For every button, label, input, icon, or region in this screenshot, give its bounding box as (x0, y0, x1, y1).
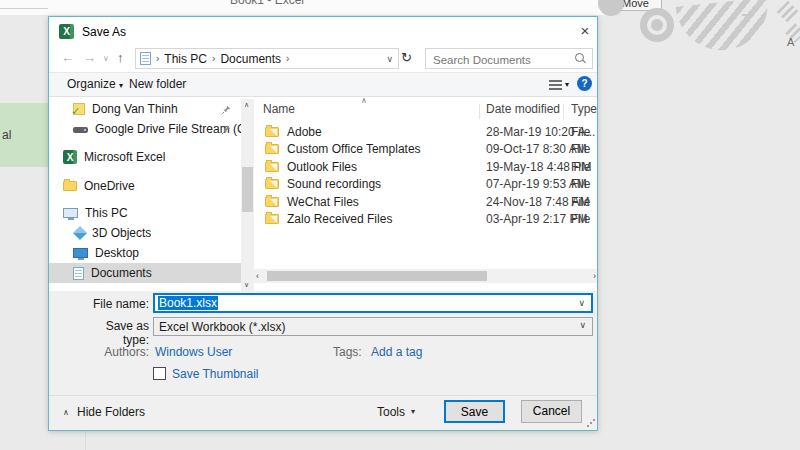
document-icon (140, 52, 151, 65)
search-box[interactable] (425, 48, 593, 69)
folder-icon (265, 179, 279, 189)
file-row-zalo-received-files[interactable]: Zalo Received Files03-Apr-19 2:17 PMFile (253, 211, 598, 229)
scrollbar-thumb[interactable] (267, 271, 487, 281)
close-icon[interactable]: × (575, 21, 595, 41)
3d-objects-icon (73, 226, 87, 240)
folder-icon (265, 197, 279, 207)
back-icon[interactable]: ← (61, 50, 74, 65)
file-type: File (571, 212, 598, 226)
file-row-outlook-files[interactable]: Outlook Files19-May-18 4:48 PMFile (253, 158, 598, 176)
file-row-custom-office-templates[interactable]: Custom Office Templates09-Oct-17 8:30 AM… (253, 141, 598, 159)
file-list: Adobe28-Mar-19 10:20 A...FileCustom Offi… (253, 123, 598, 228)
watermark-dash (742, 14, 754, 16)
save-thumbnail-checkbox[interactable] (153, 367, 166, 380)
authors-value[interactable]: Windows User (155, 345, 232, 359)
save-thumbnail-label[interactable]: Save Thumbnail (172, 367, 259, 381)
chevron-down-icon: ▾ (119, 81, 123, 90)
sidebar-item-microsoft-excel[interactable]: XMicrosoft Excel (49, 147, 241, 167)
scroll-down-icon[interactable]: ∨ (244, 281, 249, 289)
new-folder-button[interactable]: New folder (129, 77, 186, 91)
recent-locations-icon[interactable]: ∨ (103, 54, 109, 63)
file-type: File (571, 142, 598, 156)
scrollbar-thumb[interactable] (242, 167, 253, 212)
scroll-up-icon[interactable]: ∧ (244, 101, 249, 109)
search-input[interactable] (431, 50, 570, 69)
drive-icon (73, 127, 88, 133)
view-mode-icon[interactable] (549, 80, 562, 90)
sidebar-item-label: Google Drive File Stream (G:) (95, 122, 241, 136)
background-green-cell: al (0, 103, 48, 167)
desktop-icon (73, 248, 88, 258)
breadcrumb-documents[interactable]: Documents (220, 52, 281, 66)
scroll-left-icon[interactable]: ‹ (256, 271, 259, 281)
folder-icon (63, 181, 77, 191)
file-type: File (571, 195, 598, 209)
excel-icon: X (63, 150, 77, 164)
dialog-titlebar[interactable]: X Save As × (49, 17, 597, 46)
save-button[interactable]: Save (444, 400, 505, 423)
pin-icon (221, 124, 231, 138)
navigation-tree: ✓Dong Van ThinhGoogle Drive File Stream … (49, 99, 241, 283)
column-header-date-modified[interactable]: Date modified (486, 102, 560, 116)
save-as-type-label: Save as type: (77, 319, 149, 347)
forward-icon[interactable]: → (83, 50, 96, 65)
chevron-down-icon[interactable]: ∨ (578, 298, 585, 308)
sidebar-item-label: OneDrive (84, 179, 135, 193)
watermark-letter: A (787, 36, 794, 48)
organize-button[interactable]: Organize ▾ (67, 77, 123, 91)
sidebar-item-this-pc[interactable]: This PC (49, 203, 241, 223)
refresh-icon[interactable]: ↻ (401, 50, 412, 65)
background-divider (85, 431, 86, 450)
sidebar-item-desktop[interactable]: Desktop (49, 243, 241, 263)
file-row-adobe[interactable]: Adobe28-Mar-19 10:20 A...File (253, 123, 598, 141)
file-name: Outlook Files (287, 160, 357, 174)
column-separator[interactable] (479, 104, 480, 119)
file-name: WeChat Files (287, 195, 359, 209)
folder-icon (265, 214, 279, 224)
file-name-label: File name: (77, 297, 149, 311)
column-separator[interactable] (563, 104, 564, 119)
this-pc-icon (63, 208, 78, 218)
sidebar-item-onedrive[interactable]: OneDrive (49, 176, 241, 196)
resize-grip[interactable] (587, 419, 595, 427)
sidebar-item-3d-objects[interactable]: 3D Objects (49, 223, 241, 243)
add-tag-link[interactable]: Add a tag (371, 345, 422, 359)
hide-folders-button[interactable]: Hide Folders (77, 405, 145, 419)
address-bar[interactable]: › This PC › Documents › ∨ (135, 48, 399, 69)
background-divider (0, 8, 48, 9)
view-mode-dropdown-icon[interactable]: ▾ (565, 80, 569, 89)
column-header-type[interactable]: Type (571, 102, 597, 116)
sidebar-item-label: Dong Van Thinh (92, 102, 178, 116)
pin-icon (221, 104, 231, 118)
file-row-sound-recordings[interactable]: Sound recordings07-Apr-19 9:53 AMFile (253, 176, 598, 194)
dialog-title: Save As (82, 25, 126, 39)
help-icon[interactable]: ? (577, 76, 592, 91)
file-type: File (571, 125, 598, 139)
cancel-button[interactable]: Cancel (521, 400, 582, 423)
sidebar-item-label: Microsoft Excel (84, 150, 165, 164)
sidebar-item-dong-van-thinh[interactable]: ✓Dong Van Thinh (49, 99, 241, 119)
address-dropdown-icon[interactable]: ∨ (386, 54, 393, 64)
save-as-type-value: Excel Workbook (*.xlsx) (159, 320, 285, 334)
file-name: Adobe (287, 125, 322, 139)
file-name-input[interactable]: Book1.xlsx ∨ (153, 293, 593, 313)
sidebar-item-google-drive-file-stream-g[interactable]: Google Drive File Stream (G:) (49, 119, 241, 139)
chevron-down-icon[interactable]: ∨ (579, 320, 586, 330)
file-row-wechat-files[interactable]: WeChat Files24-Nov-18 7:48 AMFile (253, 193, 598, 211)
up-icon[interactable]: ↑ (117, 50, 124, 65)
sidebar-item-label: 3D Objects (92, 226, 151, 240)
folder-icon (265, 162, 279, 172)
folder-icon (265, 127, 279, 137)
column-header-name[interactable]: Name (263, 102, 295, 116)
breadcrumb-separator: › (156, 53, 159, 64)
watermark-target-icon (640, 8, 674, 42)
sidebar-item-documents[interactable]: Documents (49, 263, 241, 283)
save-as-type-select[interactable]: Excel Workbook (*.xlsx) ∨ (153, 317, 593, 336)
breadcrumb-this-pc[interactable]: This PC (164, 52, 207, 66)
chevron-down-icon[interactable]: ▾ (411, 407, 415, 416)
document-icon (73, 267, 84, 280)
scroll-right-icon[interactable]: › (593, 271, 596, 281)
search-icon[interactable] (575, 53, 584, 62)
filelist-horizontal-scrollbar[interactable]: ‹ › (253, 269, 598, 283)
tools-button[interactable]: Tools (377, 405, 405, 419)
